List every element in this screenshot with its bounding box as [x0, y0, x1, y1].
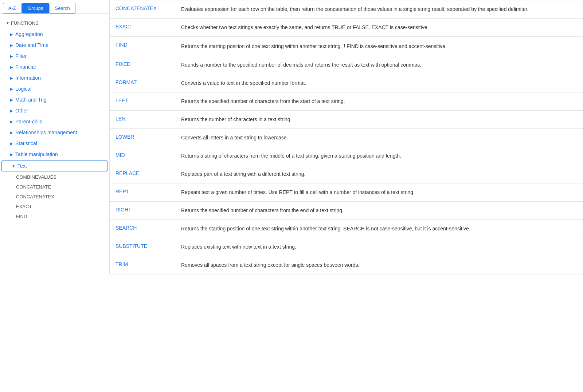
- function-name[interactable]: RIGHT: [110, 202, 175, 220]
- sidebar-item-filter[interactable]: ▶ Filter: [0, 51, 109, 62]
- function-description: Replaces existing text with new text in …: [175, 238, 583, 256]
- tab-az[interactable]: A-Z: [3, 3, 21, 13]
- table-row: LEFTReturns the specified number of char…: [110, 92, 583, 111]
- function-description: Returns the specified number of characte…: [175, 202, 583, 220]
- functions-header: ▼ FUNCTIONS: [0, 17, 109, 29]
- sub-item-find[interactable]: FIND: [0, 211, 109, 221]
- math-label: Math and Trig: [15, 97, 47, 103]
- function-name[interactable]: TRIM: [110, 256, 175, 274]
- function-name[interactable]: CONCATENATEX: [110, 0, 175, 19]
- sidebar-item-logical[interactable]: ▶ Logical: [0, 83, 109, 94]
- sub-item-combinevalues[interactable]: COMBINEVALUES: [0, 172, 109, 182]
- table-row: REPTRepeats text a given number of times…: [110, 183, 583, 202]
- sidebar: A-Z Groups Search ▼ FUNCTIONS ▶ Aggregat…: [0, 0, 109, 392]
- tab-bar: A-Z Groups Search: [0, 0, 109, 14]
- function-name[interactable]: FORMAT: [110, 74, 175, 92]
- sidebar-content: ▼ FUNCTIONS ▶ Aggregation ▶ Date and Tim…: [0, 14, 109, 392]
- information-label: Information: [15, 75, 41, 81]
- financial-label: Financial: [15, 64, 36, 70]
- tab-groups[interactable]: Groups: [22, 3, 49, 13]
- date-time-arrow: ▶: [10, 43, 13, 47]
- other-label: Other: [15, 108, 28, 114]
- sidebar-item-information[interactable]: ▶ Information: [0, 72, 109, 83]
- function-name[interactable]: EXACT: [110, 19, 175, 37]
- function-description: Returns the specified number of characte…: [175, 92, 583, 111]
- logical-arrow: ▶: [10, 87, 13, 91]
- function-name[interactable]: SEARCH: [110, 220, 175, 238]
- sidebar-item-financial[interactable]: ▶ Financial: [0, 62, 109, 72]
- table-row: FINDReturns the starting position of one…: [110, 37, 583, 56]
- parent-child-label: Parent-child: [15, 119, 43, 124]
- function-description: Checks whether two text strings are exac…: [175, 19, 583, 37]
- sidebar-item-aggregation[interactable]: ▶ Aggregation: [0, 29, 109, 40]
- sidebar-item-table-manipulation[interactable]: ▶ Table manipulation: [0, 149, 109, 160]
- table-row: SEARCHReturns the starting position of o…: [110, 220, 583, 238]
- function-description: Returns the starting position of one tex…: [175, 37, 583, 56]
- sub-item-concatenatex[interactable]: CONCATENATEX: [0, 192, 109, 202]
- function-description: Removes all spaces from a text string ex…: [175, 256, 583, 274]
- sidebar-item-date-and-time[interactable]: ▶ Date and Time: [0, 40, 109, 51]
- date-time-label: Date and Time: [15, 42, 48, 48]
- sidebar-item-text[interactable]: ▼ Text: [1, 161, 107, 171]
- tab-search[interactable]: Search: [50, 3, 75, 13]
- function-name[interactable]: FIXED: [110, 56, 175, 74]
- table-row: LENReturns the number of characters in a…: [110, 111, 583, 129]
- function-description: Returns the starting position of one tex…: [175, 220, 583, 238]
- function-description: Returns a string of characters from the …: [175, 147, 583, 165]
- table-row: REPLACEReplaces part of a text string wi…: [110, 165, 583, 183]
- logical-label: Logical: [15, 86, 31, 92]
- function-description: Rounds a number to the specified number …: [175, 56, 583, 74]
- functions-label: FUNCTIONS: [11, 20, 39, 26]
- sidebar-item-relationships[interactable]: ▶ Relationships management: [0, 127, 109, 138]
- function-name[interactable]: LEN: [110, 111, 175, 129]
- relationships-label: Relationships management: [15, 130, 77, 135]
- table-row: MIDReturns a string of characters from t…: [110, 147, 583, 165]
- function-description: Replaces part of a text string with a di…: [175, 165, 583, 183]
- parent-child-arrow: ▶: [10, 120, 13, 124]
- text-label: Text: [17, 163, 27, 169]
- sub-item-concatenate[interactable]: CONCATENATE: [0, 182, 109, 192]
- sidebar-item-parent-child[interactable]: ▶ Parent-child: [0, 116, 109, 127]
- sidebar-item-math-and-trig[interactable]: ▶ Math and Trig: [0, 94, 109, 105]
- function-description: Returns the number of characters in a te…: [175, 111, 583, 129]
- table-row: FORMATConverts a value to text in the sp…: [110, 74, 583, 92]
- text-cursor: I: [343, 43, 345, 49]
- other-arrow: ▶: [10, 109, 13, 113]
- function-description: Repeats text a given number of times. Us…: [175, 183, 583, 202]
- table-row: RIGHTReturns the specified number of cha…: [110, 202, 583, 220]
- filter-arrow: ▶: [10, 54, 13, 58]
- statistical-arrow: ▶: [10, 142, 13, 146]
- functions-table: CONCATENATEXEvaluates expression for eac…: [109, 0, 583, 274]
- table-row: FIXEDRounds a number to the specified nu…: [110, 56, 583, 74]
- filter-label: Filter: [15, 53, 27, 59]
- table-row: LOWERConverts all letters in a text stri…: [110, 129, 583, 147]
- function-description: Converts a value to text in the specifie…: [175, 74, 583, 92]
- table-row: TRIMRemoves all spaces from a text strin…: [110, 256, 583, 274]
- table-row: CONCATENATEXEvaluates expression for eac…: [110, 0, 583, 19]
- financial-arrow: ▶: [10, 65, 13, 69]
- table-row: SUBSTITUTEReplaces existing text with ne…: [110, 238, 583, 256]
- function-name[interactable]: REPT: [110, 183, 175, 202]
- function-name[interactable]: LOWER: [110, 129, 175, 147]
- function-description: Converts all letters in a text string to…: [175, 129, 583, 147]
- function-name[interactable]: LEFT: [110, 92, 175, 111]
- table-manipulation-arrow: ▶: [10, 153, 13, 157]
- function-name[interactable]: MID: [110, 147, 175, 165]
- aggregation-label: Aggregation: [15, 31, 43, 37]
- functions-arrow: ▼: [6, 21, 9, 25]
- sub-item-exact[interactable]: EXACT: [0, 202, 109, 211]
- function-name[interactable]: REPLACE: [110, 165, 175, 183]
- sidebar-item-other[interactable]: ▶ Other: [0, 105, 109, 116]
- aggregation-arrow: ▶: [10, 32, 13, 36]
- text-arrow: ▼: [12, 164, 15, 168]
- relationships-arrow: ▶: [10, 131, 13, 135]
- statistical-label: Statistical: [15, 140, 37, 146]
- sidebar-item-statistical[interactable]: ▶ Statistical: [0, 138, 109, 149]
- table-manipulation-label: Table manipulation: [15, 151, 58, 157]
- main-content: CONCATENATEXEvaluates expression for eac…: [109, 0, 583, 392]
- function-description: Evaluates expression for each row on the…: [175, 0, 583, 19]
- information-arrow: ▶: [10, 76, 13, 80]
- function-name[interactable]: FIND: [110, 37, 175, 56]
- math-arrow: ▶: [10, 98, 13, 102]
- function-name[interactable]: SUBSTITUTE: [110, 238, 175, 256]
